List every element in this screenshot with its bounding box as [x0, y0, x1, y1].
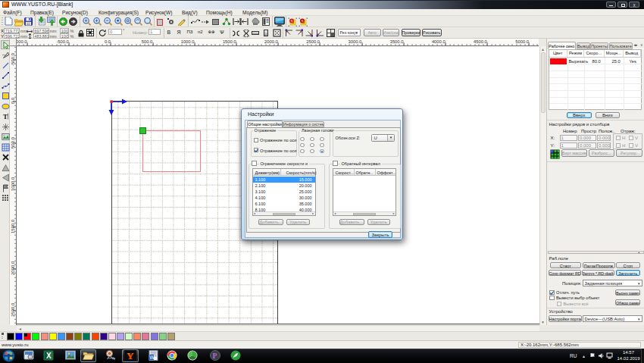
- svg-text:T: T: [3, 113, 8, 120]
- svg-text:Y: Y: [127, 352, 133, 361]
- svg-text:P: P: [213, 352, 217, 360]
- svg-text:W: W: [149, 355, 155, 360]
- svg-text:X: X: [46, 352, 52, 360]
